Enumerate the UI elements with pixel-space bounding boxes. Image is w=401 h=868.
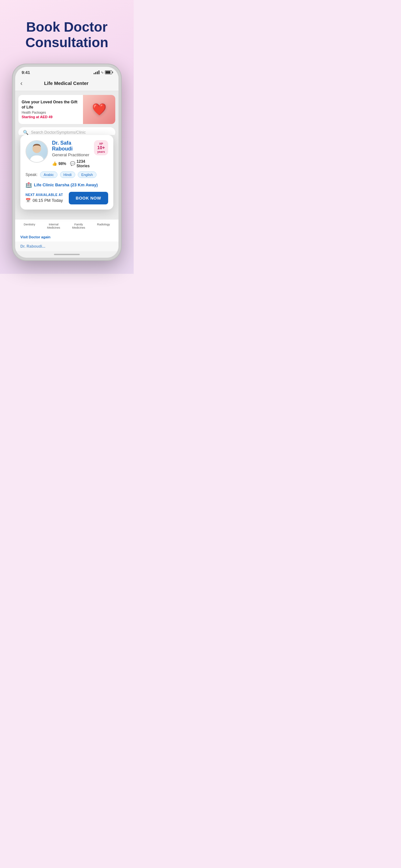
thumbs-up-icon: 👍 bbox=[52, 161, 57, 166]
language-hindi: Hindi bbox=[60, 172, 75, 178]
language-english: English bbox=[78, 172, 96, 178]
category-family-medicines[interactable]: FamilyMedicines bbox=[72, 223, 85, 229]
available-time: 06:15 PM Today bbox=[33, 198, 63, 203]
doctor-card: Dr. Safa Raboudi General Practitioner 👍 … bbox=[20, 135, 113, 210]
phone-screen: 9:41 ∿ ‹ Life Medical Cen bbox=[15, 67, 119, 258]
clinic-icon: 🏥 bbox=[26, 182, 32, 188]
clinic-row: 🏥 Life Clinic Barsha (23 Km Away) bbox=[26, 182, 108, 188]
promo-banner[interactable]: Give your Loved Ones the Gift of Life He… bbox=[19, 95, 115, 124]
visit-again[interactable]: Visit Doctor again bbox=[15, 232, 119, 242]
banner-price: Starting at AED 49 bbox=[22, 115, 80, 119]
speak-label: Speak: bbox=[26, 173, 37, 177]
home-indicator bbox=[54, 254, 80, 255]
availability-info: NEXT AVAIALABLE AT 📅 06:15 PM Today bbox=[26, 193, 66, 203]
signal-icon bbox=[94, 70, 99, 74]
time-row: 📅 06:15 PM Today bbox=[26, 198, 66, 203]
battery-icon bbox=[105, 70, 112, 74]
page-background: Book Doctor Consultation 9:41 ∿ bbox=[0, 0, 134, 274]
next-available-label: NEXT AVAIALABLE AT bbox=[26, 193, 66, 197]
phone-frame: 9:41 ∿ ‹ Life Medical Cen bbox=[12, 64, 122, 261]
stories-icon: 💬 bbox=[70, 161, 75, 166]
rating-percent: 👍 98% bbox=[52, 161, 66, 166]
clinic-name: Life Clinic Barsha (23 Km Away) bbox=[34, 182, 98, 187]
xp-value: 10+ bbox=[97, 145, 105, 150]
xp-badge: XP 10+ years bbox=[94, 140, 108, 155]
status-time: 9:41 bbox=[22, 70, 30, 75]
back-button[interactable]: ‹ bbox=[20, 80, 23, 87]
phone-bottom-bar bbox=[15, 251, 119, 258]
search-placeholder: Search Doctor/Symptoms/Clinic bbox=[31, 130, 86, 135]
app-header: ‹ Life Medical Center bbox=[15, 77, 119, 91]
language-arabic: Arabic bbox=[40, 172, 57, 178]
categories-strip: Dentistry InternalMedicines FamilyMedici… bbox=[15, 219, 119, 232]
status-bar: 9:41 ∿ bbox=[15, 67, 119, 77]
stories-count: 💬 1234 Stories bbox=[70, 159, 90, 168]
doctor-avatar bbox=[26, 140, 48, 163]
next-card-peek: Dr. Raboudi... bbox=[15, 242, 119, 251]
card-top: Dr. Safa Raboudi General Practitioner 👍 … bbox=[26, 140, 108, 168]
languages-row: Speak: Arabic Hindi English bbox=[26, 172, 108, 178]
category-dentistry[interactable]: Dentistry bbox=[24, 223, 35, 229]
banner-text: Give your Loved Ones the Gift of Life He… bbox=[19, 96, 83, 123]
banner-title: Give your Loved Ones the Gift of Life bbox=[22, 100, 80, 110]
rating-row: 👍 98% 💬 1234 Stories bbox=[52, 159, 90, 168]
calendar-icon: 📅 bbox=[26, 198, 31, 203]
status-icons: ∿ bbox=[94, 70, 112, 74]
wifi-icon: ∿ bbox=[101, 70, 104, 74]
category-radiology[interactable]: Radiology bbox=[97, 223, 110, 229]
doctor-specialty: General Practitioner bbox=[52, 152, 90, 157]
doctor-info: Dr. Safa Raboudi General Practitioner 👍 … bbox=[52, 140, 90, 168]
availability-row: NEXT AVAIALABLE AT 📅 06:15 PM Today BOOK… bbox=[26, 192, 108, 205]
book-now-button[interactable]: BOOK NOW bbox=[69, 192, 108, 205]
banner-subtitle: Health Packages bbox=[22, 111, 80, 114]
xp-unit: years bbox=[97, 150, 105, 153]
banner-image: ❤️ bbox=[83, 95, 115, 124]
app-header-title: Life Medical Center bbox=[26, 81, 107, 86]
category-internal-medicines[interactable]: InternalMedicines bbox=[47, 223, 60, 229]
hero-title: Book Doctor Consultation bbox=[16, 20, 118, 51]
search-icon: 🔍 bbox=[23, 130, 28, 135]
doctor-name: Dr. Safa Raboudi bbox=[52, 140, 90, 152]
